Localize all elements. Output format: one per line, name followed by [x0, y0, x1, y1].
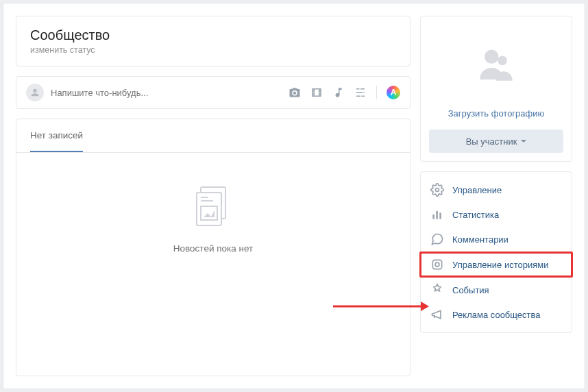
- menu-label: Реклама сообщества: [452, 310, 541, 320]
- menu-item-manage[interactable]: Управление: [421, 177, 572, 202]
- post-composer[interactable]: A: [16, 76, 411, 109]
- megaphone-icon: [430, 308, 444, 321]
- menu-label: Комментарии: [452, 234, 509, 245]
- svg-rect-9: [436, 211, 438, 219]
- menu-label: Статистика: [452, 210, 499, 220]
- menu-label: События: [452, 285, 489, 295]
- svg-point-5: [485, 50, 498, 64]
- side-column: Загрузить фотографию Вы участник Управле…: [420, 16, 572, 376]
- music-icon[interactable]: [332, 86, 345, 99]
- comment-icon: [430, 232, 444, 246]
- app-frame: Сообщество изменить статус A Нет записей: [3, 3, 585, 389]
- toolbar-separator: [376, 86, 377, 99]
- composer-input[interactable]: [51, 88, 282, 98]
- stats-icon: [430, 208, 444, 221]
- composer-toolbar: A: [289, 86, 400, 99]
- svg-point-7: [436, 188, 439, 192]
- avatar-placeholder-icon: [462, 29, 530, 92]
- community-header: Сообщество изменить статус: [16, 16, 411, 66]
- svg-rect-11: [432, 260, 441, 269]
- main-column: Сообщество изменить статус A Нет записей: [16, 16, 411, 376]
- svg-point-6: [498, 56, 507, 66]
- manage-menu: Управление Статистика Комментарии Управл…: [420, 171, 572, 333]
- gear-icon: [430, 183, 444, 197]
- menu-item-comments[interactable]: Комментарии: [421, 227, 572, 252]
- photo-card: Загрузить фотографию Вы участник: [420, 16, 572, 162]
- menu-item-ads[interactable]: Реклама сообщества: [421, 302, 572, 327]
- menu-item-events[interactable]: События: [421, 278, 572, 302]
- menu-label: Управление историями: [452, 260, 548, 270]
- posts-tabs: Нет записей: [16, 119, 410, 153]
- upload-photo-link[interactable]: Загрузить фотографию: [448, 104, 545, 123]
- svg-point-12: [435, 262, 439, 267]
- empty-posts-icon: [194, 186, 232, 228]
- menu-item-stats[interactable]: Статистика: [421, 202, 572, 227]
- camera-icon[interactable]: [289, 86, 301, 99]
- svg-rect-10: [439, 213, 441, 219]
- composer-avatar: [26, 84, 44, 101]
- member-btn-label: Вы участник: [466, 136, 517, 147]
- empty-state: Новостей пока нет: [16, 153, 410, 254]
- article-icon[interactable]: A: [387, 86, 400, 99]
- change-status-link[interactable]: изменить статус: [30, 45, 396, 55]
- menu-item-stories[interactable]: Управление историями: [419, 252, 573, 278]
- empty-text: Новостей пока нет: [173, 243, 253, 254]
- poll-icon[interactable]: [354, 86, 367, 99]
- stories-icon: [430, 258, 444, 271]
- video-icon[interactable]: [310, 86, 323, 99]
- event-icon: [430, 283, 444, 297]
- member-status-button[interactable]: Вы участник: [429, 130, 563, 153]
- posts-card: Нет записей Новостей пока нет: [16, 119, 411, 376]
- tab-no-posts[interactable]: Нет записей: [30, 119, 83, 152]
- community-title: Сообщество: [30, 27, 396, 43]
- menu-label: Управление: [452, 185, 502, 195]
- svg-rect-8: [432, 215, 434, 219]
